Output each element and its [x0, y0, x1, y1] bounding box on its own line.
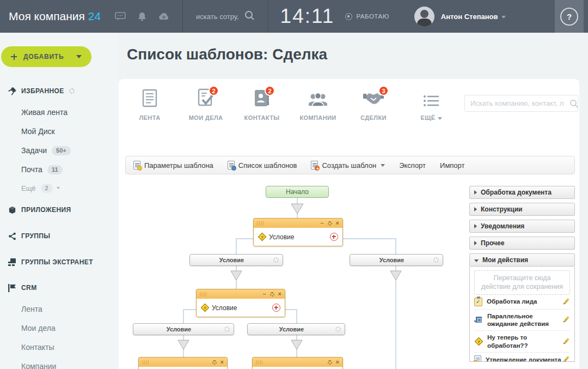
sidebar-section-extranet-groups[interactable]: ГРУППЫ ЭКСТРАНЕТ: [0, 256, 119, 268]
employee-search[interactable]: искать сотру,: [183, 10, 267, 23]
gear-icon[interactable]: [224, 326, 230, 332]
gear-icon[interactable]: [69, 88, 75, 94]
sidebar-item-live-feed[interactable]: Живая лента: [0, 106, 119, 118]
workflow-condition-block-2[interactable]: – × ? Условие: [196, 289, 285, 317]
palette-section-label: Уведомления: [481, 222, 524, 230]
sidebar-item-tasks[interactable]: Задачи50+: [0, 144, 119, 156]
sidebar-item-crm-my-deals[interactable]: Мои дела: [0, 322, 119, 334]
palette-section-other[interactable]: Прочее: [469, 237, 575, 250]
add-button-label: ДОБАВИТЬ: [23, 53, 64, 61]
edit-pencil-icon[interactable]: [563, 316, 570, 324]
condition-branch-pill[interactable]: Условие: [133, 323, 234, 335]
drag-grip-icon[interactable]: [257, 221, 265, 226]
chevron-right-icon: [474, 241, 477, 245]
action-dropzone[interactable]: Перетащите сюда действие для сохранения: [474, 270, 570, 295]
block-header[interactable]: – ×: [254, 219, 342, 228]
chevron-right-icon: [474, 207, 477, 211]
gear-icon[interactable]: [328, 221, 332, 226]
edit-pencil-icon[interactable]: [563, 356, 570, 362]
logo-suffix: 24: [88, 10, 101, 22]
sidebar-item-label: Мой Диск: [21, 127, 55, 136]
gear-icon[interactable]: [270, 292, 274, 297]
work-clock[interactable]: 14:11: [280, 5, 335, 28]
action-item-document-approval[interactable]: ! Утверждение документа: [474, 353, 570, 362]
drag-grip-icon[interactable]: [142, 360, 150, 365]
sidebar-item-my-disk[interactable]: Мой Диск: [0, 125, 119, 137]
edit-pencil-icon[interactable]: [563, 338, 570, 346]
top-header: Моя компания 24 искать сотру, 14:11 РАБО…: [0, 0, 588, 33]
workflow-condition-block-1[interactable]: – × ? Условие: [253, 218, 343, 246]
pill-label: Условие: [350, 257, 433, 263]
drag-grip-icon[interactable]: [256, 360, 264, 365]
minimize-icon[interactable]: –: [262, 291, 266, 297]
action-item-parallel-wait[interactable]: Параллельное ожидание действия: [474, 310, 570, 331]
sidebar-item-crm-companies[interactable]: Компании: [0, 360, 119, 369]
mail-count-badge: 11: [47, 165, 63, 174]
block-header[interactable]: – ×: [197, 289, 285, 299]
add-button[interactable]: ДОБАВИТЬ: [1, 46, 91, 67]
action-label: Утверждение документа: [486, 356, 563, 362]
condition-branch-pill[interactable]: Условие: [350, 254, 443, 266]
gear-icon[interactable]: [273, 257, 279, 263]
block-header[interactable]: ×: [139, 358, 227, 367]
chevron-down-icon: [474, 259, 479, 262]
add-branch-icon[interactable]: [272, 304, 280, 312]
close-icon[interactable]: ×: [220, 359, 224, 365]
palette-section-notifications[interactable]: Уведомления: [469, 220, 575, 233]
app-logo[interactable]: Моя компания 24: [9, 10, 101, 23]
logo-text: Моя компания: [9, 10, 85, 22]
action-label: Параллельное ожидание действия: [487, 312, 563, 328]
close-icon[interactable]: ×: [278, 291, 281, 297]
close-icon[interactable]: ×: [336, 220, 339, 226]
sidebar-item-crm-feed[interactable]: Лента: [0, 303, 119, 315]
minimize-icon[interactable]: –: [320, 220, 323, 226]
sidebar-item-more[interactable]: Ещё2: [0, 182, 119, 194]
work-status-toggle[interactable]: РАБОТАЮ: [345, 13, 389, 20]
workflow-activity-block-4[interactable]: ×: [252, 357, 343, 369]
workflow-activity-block-3[interactable]: ×: [138, 357, 228, 369]
gear-icon[interactable]: [212, 360, 217, 365]
block-header[interactable]: ×: [253, 358, 342, 367]
parallel-wait-icon: [474, 316, 483, 324]
add-branch-icon[interactable]: [330, 233, 338, 241]
sidebar-item-label: Задачи: [21, 146, 47, 155]
palette-section-my-actions[interactable]: Мои действия: [469, 253, 575, 267]
user-menu[interactable]: Антон Степанов: [441, 13, 506, 21]
palette-section-document-processing[interactable]: Обработка документа: [469, 186, 575, 199]
sidebar-section-favorites[interactable]: ИЗБРАННОЕ: [0, 85, 119, 97]
drag-grip-icon[interactable]: [200, 292, 207, 297]
palette-section-constructions[interactable]: Конструкции: [469, 203, 575, 216]
flag-icon: [8, 284, 16, 292]
user-avatar[interactable]: [414, 7, 434, 27]
sidebar-section-apps[interactable]: ПРИЛОЖЕНИЯ: [0, 204, 119, 216]
my-actions-panel: Перетащите сюда действие для сохранения …: [469, 267, 575, 362]
gear-icon[interactable]: [328, 360, 332, 365]
disk-cloud-icon[interactable]: [158, 13, 169, 20]
sidebar-section-groups[interactable]: ГРУППЫ: [0, 230, 119, 242]
notifications-bell-icon[interactable]: [138, 12, 146, 21]
gear-icon[interactable]: [433, 257, 439, 263]
sidebar-item-crm-contacts[interactable]: Контакты: [0, 341, 119, 353]
palette-section-label: Обработка документа: [481, 189, 552, 196]
edit-pencil-icon[interactable]: [563, 298, 570, 306]
sidebar-item-label: Лента: [21, 305, 42, 313]
more-count-badge: 2: [41, 184, 53, 193]
close-icon[interactable]: ×: [336, 359, 339, 365]
action-item-lead-processing[interactable]: ✓ Обработка лида: [474, 295, 570, 310]
sidebar-item-mail[interactable]: Почта11: [0, 164, 119, 176]
help-panel[interactable]: ?: [555, 0, 584, 33]
sidebar-section-label: ПРИЛОЖЕНИЯ: [21, 206, 71, 214]
workflow-start-node[interactable]: Начало: [266, 186, 329, 198]
action-item-processed-now[interactable]: ? Ну теперь то обработан??: [474, 331, 570, 353]
search-icon: [244, 10, 255, 23]
status-record-icon: [345, 13, 352, 20]
pill-label: Условие: [190, 257, 273, 263]
messenger-icon[interactable]: [115, 12, 126, 21]
gear-icon[interactable]: [335, 326, 341, 332]
sidebar-item-label: Контакты: [21, 343, 54, 352]
condition-branch-pill[interactable]: Условие: [189, 254, 283, 266]
palette-section-label: Конструкции: [481, 205, 522, 213]
sidebar-section-crm[interactable]: CRM: [0, 282, 119, 294]
help-button[interactable]: ?: [560, 8, 578, 26]
condition-branch-pill[interactable]: Условие: [247, 323, 345, 335]
